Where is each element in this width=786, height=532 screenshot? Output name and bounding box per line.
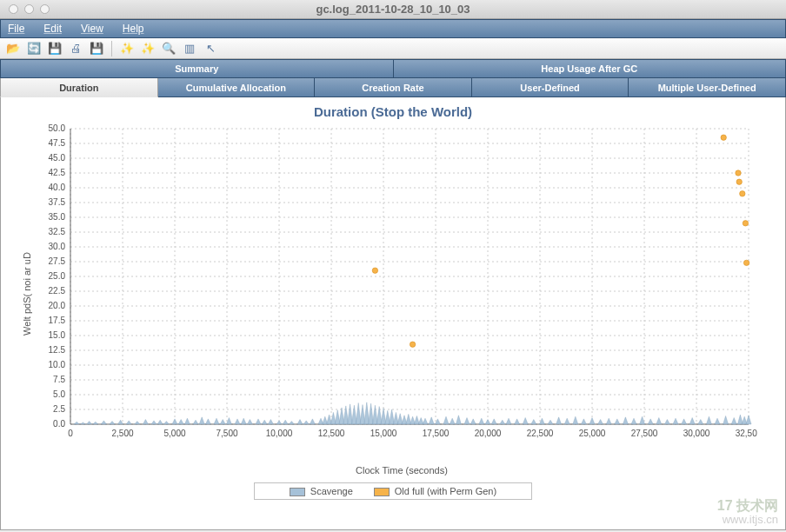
svg-marker-154 — [598, 420, 603, 424]
svg-marker-153 — [590, 418, 595, 424]
svg-marker-171 — [737, 415, 743, 424]
wand-icon[interactable]: ✨ — [119, 41, 135, 57]
svg-marker-123 — [390, 409, 395, 424]
svg-text:15,000: 15,000 — [370, 429, 397, 438]
svg-marker-74 — [87, 422, 92, 424]
legend-oldfull: Old full (with Perm Gen) — [374, 486, 496, 496]
subtab-duration[interactable]: Duration — [0, 78, 158, 97]
svg-marker-80 — [135, 422, 140, 424]
svg-marker-89 — [199, 417, 204, 424]
svg-point-174 — [372, 268, 377, 273]
svg-marker-138 — [470, 419, 476, 424]
svg-marker-95 — [241, 418, 246, 424]
svg-marker-79 — [126, 421, 131, 424]
svg-text:7,500: 7,500 — [216, 429, 237, 438]
svg-marker-76 — [101, 421, 106, 424]
subtab-multi-user[interactable]: Multiple User-Defined — [629, 78, 786, 97]
svg-marker-75 — [93, 422, 98, 424]
svg-marker-72 — [74, 422, 79, 424]
svg-marker-104 — [303, 421, 309, 424]
svg-marker-86 — [178, 420, 183, 424]
svg-marker-91 — [214, 418, 219, 424]
svg-marker-137 — [464, 418, 470, 424]
swatch-oldfull-icon — [374, 488, 390, 496]
svg-marker-84 — [163, 422, 169, 424]
svg-marker-88 — [193, 420, 198, 424]
toolbar: 📂 🔄 💾 🖨 💾 ✨ ✨ 🔍 ▥ ↖ — [0, 38, 786, 59]
menu-file[interactable]: File — [8, 23, 24, 35]
tab-summary[interactable]: Summary — [0, 59, 394, 78]
svg-marker-92 — [220, 420, 225, 424]
svg-text:37.5: 37.5 — [49, 197, 66, 207]
plot-wrap: Welt pdS( noi ar uD 0.02.55.07.510.012.5… — [27, 124, 776, 463]
menubar: File Edit View Help — [0, 19, 786, 38]
svg-marker-132 — [429, 417, 434, 424]
svg-text:12,500: 12,500 — [318, 429, 345, 438]
svg-marker-152 — [581, 419, 586, 424]
svg-text:30,000: 30,000 — [683, 429, 710, 438]
svg-marker-173 — [746, 416, 751, 424]
folder-open-icon[interactable]: 📂 — [5, 41, 21, 57]
svg-marker-150 — [564, 418, 570, 424]
svg-point-177 — [736, 170, 741, 176]
svg-marker-98 — [262, 420, 267, 424]
svg-marker-94 — [235, 419, 240, 424]
cursor-icon[interactable]: ↖ — [203, 41, 218, 57]
refresh-icon[interactable]: 🔄 — [26, 41, 42, 57]
svg-text:25.0: 25.0 — [49, 271, 66, 281]
legend: Scavenge Old full (with Perm Gen) — [254, 482, 532, 500]
svg-text:50.0: 50.0 — [49, 124, 66, 133]
svg-text:27,500: 27,500 — [631, 429, 658, 438]
svg-text:27.5: 27.5 — [49, 256, 66, 266]
subtab-cumulative[interactable]: Cumulative Allocation — [158, 78, 316, 97]
svg-marker-157 — [623, 417, 628, 424]
svg-marker-165 — [689, 418, 695, 424]
menu-help[interactable]: Help — [123, 23, 144, 35]
svg-text:32,500: 32,500 — [736, 429, 757, 438]
subtab-user[interactable]: User-Defined — [472, 78, 629, 97]
svg-marker-164 — [682, 419, 687, 424]
save-alt-icon[interactable]: 💾 — [89, 41, 104, 57]
svg-text:0.0: 0.0 — [53, 419, 65, 429]
wand-alt-icon[interactable]: ✨ — [140, 41, 156, 57]
svg-marker-129 — [414, 416, 419, 424]
svg-marker-146 — [531, 420, 536, 424]
svg-marker-82 — [151, 421, 157, 424]
menu-edit[interactable]: Edit — [43, 23, 62, 35]
svg-text:10,000: 10,000 — [266, 429, 293, 438]
svg-marker-166 — [698, 420, 703, 424]
svg-marker-167 — [706, 416, 711, 424]
tab-heap-usage[interactable]: Heap Usage After GC — [394, 59, 787, 78]
window-title: gc.log_2011-10-28_10_10_03 — [0, 3, 786, 16]
svg-text:40.0: 40.0 — [49, 183, 66, 192]
section-tabs: Summary Heap Usage After GC — [0, 59, 786, 78]
svg-text:5.0: 5.0 — [53, 389, 65, 399]
svg-marker-145 — [523, 418, 528, 424]
svg-text:32.5: 32.5 — [49, 227, 66, 236]
svg-text:10.0: 10.0 — [49, 360, 66, 369]
subtab-creation[interactable]: Creation Rate — [315, 78, 472, 97]
svg-marker-144 — [515, 419, 520, 424]
svg-marker-162 — [664, 420, 669, 424]
svg-text:25,000: 25,000 — [579, 429, 606, 438]
svg-marker-121 — [381, 409, 386, 424]
save-icon[interactable]: 💾 — [47, 41, 63, 57]
bars-icon[interactable]: ▥ — [182, 41, 197, 57]
zoom-icon[interactable]: 🔍 — [161, 41, 177, 57]
svg-marker-168 — [715, 418, 720, 424]
svg-text:2,500: 2,500 — [111, 429, 133, 438]
svg-marker-163 — [673, 418, 678, 424]
print-icon[interactable]: 🖨 — [68, 41, 83, 57]
svg-marker-127 — [406, 414, 411, 424]
svg-marker-135 — [450, 418, 455, 424]
svg-marker-100 — [276, 421, 282, 424]
svg-marker-131 — [423, 418, 428, 424]
svg-point-175 — [410, 342, 415, 347]
svg-text:0: 0 — [68, 429, 73, 438]
svg-marker-142 — [500, 420, 505, 424]
svg-marker-85 — [172, 419, 177, 424]
svg-marker-81 — [143, 420, 148, 424]
menu-view[interactable]: View — [81, 23, 103, 35]
y-axis-label: Welt pdS( noi ar uD — [22, 252, 32, 336]
svg-text:30.0: 30.0 — [49, 242, 66, 251]
